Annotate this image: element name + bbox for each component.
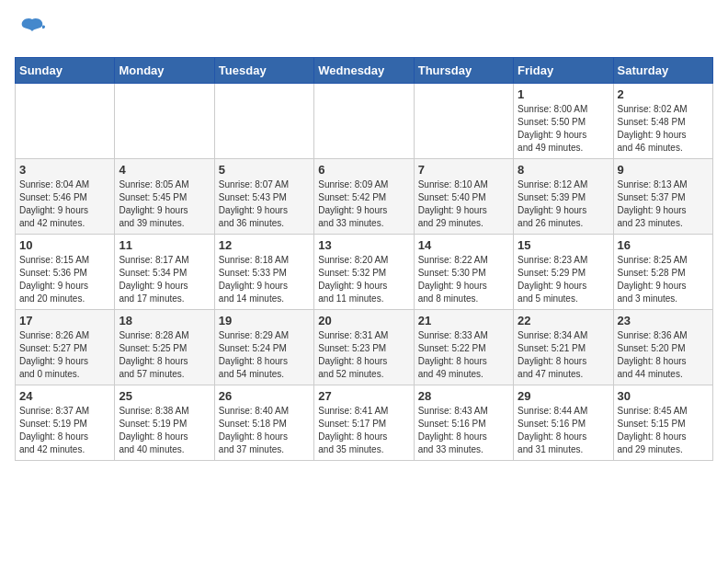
day-number: 7 <box>418 163 509 177</box>
calendar-cell: 17Sunrise: 8:26 AMSunset: 5:27 PMDayligh… <box>16 310 115 385</box>
day-info: Sunrise: 8:41 AMSunset: 5:17 PMDaylight:… <box>318 405 409 456</box>
day-number: 30 <box>618 389 709 403</box>
calendar-cell <box>115 84 214 159</box>
day-info: Sunrise: 8:13 AMSunset: 5:37 PMDaylight:… <box>618 178 709 230</box>
calendar-cell: 16Sunrise: 8:25 AMSunset: 5:28 PMDayligh… <box>613 235 712 310</box>
day-number: 10 <box>19 238 110 252</box>
calendar-cell: 3Sunrise: 8:04 AMSunset: 5:46 PMDaylight… <box>16 159 115 235</box>
day-info: Sunrise: 8:10 AMSunset: 5:40 PMDaylight:… <box>418 178 509 230</box>
weekday-header-wednesday: Wednesday <box>314 58 414 84</box>
calendar-cell: 12Sunrise: 8:18 AMSunset: 5:33 PMDayligh… <box>214 235 313 310</box>
calendar-cell: 21Sunrise: 8:33 AMSunset: 5:22 PMDayligh… <box>414 310 513 385</box>
day-info: Sunrise: 8:18 AMSunset: 5:33 PMDaylight:… <box>219 254 310 305</box>
day-info: Sunrise: 8:05 AMSunset: 5:45 PMDaylight:… <box>119 178 210 230</box>
calendar-cell: 26Sunrise: 8:40 AMSunset: 5:18 PMDayligh… <box>214 385 313 461</box>
calendar-cell: 30Sunrise: 8:45 AMSunset: 5:15 PMDayligh… <box>613 385 712 461</box>
week-row-4: 17Sunrise: 8:26 AMSunset: 5:27 PMDayligh… <box>16 310 713 385</box>
calendar-cell: 20Sunrise: 8:31 AMSunset: 5:23 PMDayligh… <box>314 310 414 385</box>
day-info: Sunrise: 8:09 AMSunset: 5:42 PMDaylight:… <box>318 178 409 230</box>
day-info: Sunrise: 8:07 AMSunset: 5:43 PMDaylight:… <box>219 178 310 230</box>
calendar-cell: 6Sunrise: 8:09 AMSunset: 5:42 PMDaylight… <box>314 159 414 235</box>
logo <box>15 15 46 48</box>
calendar-cell: 22Sunrise: 8:34 AMSunset: 5:21 PMDayligh… <box>514 310 613 385</box>
day-info: Sunrise: 8:20 AMSunset: 5:32 PMDaylight:… <box>318 254 409 305</box>
calendar-cell: 24Sunrise: 8:37 AMSunset: 5:19 PMDayligh… <box>16 385 115 461</box>
day-info: Sunrise: 8:25 AMSunset: 5:28 PMDaylight:… <box>618 254 709 305</box>
day-number: 19 <box>219 314 310 327</box>
day-info: Sunrise: 8:15 AMSunset: 5:36 PMDaylight:… <box>19 254 110 305</box>
day-number: 29 <box>518 389 609 403</box>
day-number: 16 <box>618 238 709 252</box>
day-info: Sunrise: 8:36 AMSunset: 5:20 PMDaylight:… <box>618 329 709 381</box>
week-row-5: 24Sunrise: 8:37 AMSunset: 5:19 PMDayligh… <box>16 385 713 461</box>
calendar-cell <box>214 84 313 159</box>
calendar-cell: 25Sunrise: 8:38 AMSunset: 5:19 PMDayligh… <box>115 385 214 461</box>
day-info: Sunrise: 8:37 AMSunset: 5:19 PMDaylight:… <box>19 405 110 456</box>
weekday-header-row: SundayMondayTuesdayWednesdayThursdayFrid… <box>16 58 713 84</box>
day-number: 8 <box>518 163 609 177</box>
day-number: 13 <box>318 238 409 252</box>
calendar-cell <box>414 84 513 159</box>
day-number: 22 <box>518 314 609 327</box>
day-info: Sunrise: 8:12 AMSunset: 5:39 PMDaylight:… <box>518 178 609 230</box>
calendar-cell: 10Sunrise: 8:15 AMSunset: 5:36 PMDayligh… <box>16 235 115 310</box>
day-number: 12 <box>219 238 310 252</box>
day-number: 1 <box>518 87 609 101</box>
calendar-cell: 27Sunrise: 8:41 AMSunset: 5:17 PMDayligh… <box>314 385 414 461</box>
day-info: Sunrise: 8:29 AMSunset: 5:24 PMDaylight:… <box>219 329 310 381</box>
calendar-cell: 13Sunrise: 8:20 AMSunset: 5:32 PMDayligh… <box>314 235 414 310</box>
day-number: 27 <box>318 389 409 403</box>
day-info: Sunrise: 8:04 AMSunset: 5:46 PMDaylight:… <box>19 178 110 230</box>
week-row-2: 3Sunrise: 8:04 AMSunset: 5:46 PMDaylight… <box>16 159 713 235</box>
day-number: 21 <box>418 314 509 327</box>
week-row-1: 1Sunrise: 8:00 AMSunset: 5:50 PMDaylight… <box>16 84 713 159</box>
day-number: 5 <box>219 163 310 177</box>
day-number: 6 <box>318 163 409 177</box>
day-number: 20 <box>318 314 409 327</box>
calendar-table: SundayMondayTuesdayWednesdayThursdayFrid… <box>15 57 713 461</box>
day-number: 11 <box>119 238 210 252</box>
day-number: 28 <box>418 389 509 403</box>
logo-bird-icon <box>18 15 46 48</box>
day-number: 25 <box>119 389 210 403</box>
page-header <box>15 15 713 48</box>
calendar-cell: 9Sunrise: 8:13 AMSunset: 5:37 PMDaylight… <box>613 159 712 235</box>
weekday-header-saturday: Saturday <box>613 58 712 84</box>
day-info: Sunrise: 8:45 AMSunset: 5:15 PMDaylight:… <box>618 405 709 456</box>
calendar-cell: 19Sunrise: 8:29 AMSunset: 5:24 PMDayligh… <box>214 310 313 385</box>
day-info: Sunrise: 8:22 AMSunset: 5:30 PMDaylight:… <box>418 254 509 305</box>
weekday-header-thursday: Thursday <box>414 58 513 84</box>
calendar-cell: 14Sunrise: 8:22 AMSunset: 5:30 PMDayligh… <box>414 235 513 310</box>
day-number: 18 <box>119 314 210 327</box>
day-info: Sunrise: 8:38 AMSunset: 5:19 PMDaylight:… <box>119 405 210 456</box>
day-info: Sunrise: 8:00 AMSunset: 5:50 PMDaylight:… <box>518 103 609 155</box>
day-info: Sunrise: 8:23 AMSunset: 5:29 PMDaylight:… <box>518 254 609 305</box>
weekday-header-sunday: Sunday <box>16 58 115 84</box>
calendar-cell: 15Sunrise: 8:23 AMSunset: 5:29 PMDayligh… <box>514 235 613 310</box>
day-info: Sunrise: 8:34 AMSunset: 5:21 PMDaylight:… <box>518 329 609 381</box>
calendar-cell: 7Sunrise: 8:10 AMSunset: 5:40 PMDaylight… <box>414 159 513 235</box>
calendar-cell <box>16 84 115 159</box>
day-number: 26 <box>219 389 310 403</box>
calendar-cell: 18Sunrise: 8:28 AMSunset: 5:25 PMDayligh… <box>115 310 214 385</box>
day-number: 24 <box>19 389 110 403</box>
calendar-cell: 5Sunrise: 8:07 AMSunset: 5:43 PMDaylight… <box>214 159 313 235</box>
calendar-cell: 2Sunrise: 8:02 AMSunset: 5:48 PMDaylight… <box>613 84 712 159</box>
calendar-cell: 23Sunrise: 8:36 AMSunset: 5:20 PMDayligh… <box>613 310 712 385</box>
calendar-cell: 29Sunrise: 8:44 AMSunset: 5:16 PMDayligh… <box>514 385 613 461</box>
weekday-header-monday: Monday <box>115 58 214 84</box>
calendar-cell: 4Sunrise: 8:05 AMSunset: 5:45 PMDaylight… <box>115 159 214 235</box>
day-info: Sunrise: 8:31 AMSunset: 5:23 PMDaylight:… <box>318 329 409 381</box>
calendar-cell <box>314 84 414 159</box>
day-number: 3 <box>19 163 110 177</box>
day-info: Sunrise: 8:02 AMSunset: 5:48 PMDaylight:… <box>618 103 709 155</box>
day-info: Sunrise: 8:40 AMSunset: 5:18 PMDaylight:… <box>219 405 310 456</box>
weekday-header-friday: Friday <box>514 58 613 84</box>
day-number: 23 <box>618 314 709 327</box>
week-row-3: 10Sunrise: 8:15 AMSunset: 5:36 PMDayligh… <box>16 235 713 310</box>
calendar-cell: 1Sunrise: 8:00 AMSunset: 5:50 PMDaylight… <box>514 84 613 159</box>
calendar-cell: 28Sunrise: 8:43 AMSunset: 5:16 PMDayligh… <box>414 385 513 461</box>
day-number: 2 <box>618 87 709 101</box>
calendar-cell: 8Sunrise: 8:12 AMSunset: 5:39 PMDaylight… <box>514 159 613 235</box>
day-number: 9 <box>618 163 709 177</box>
